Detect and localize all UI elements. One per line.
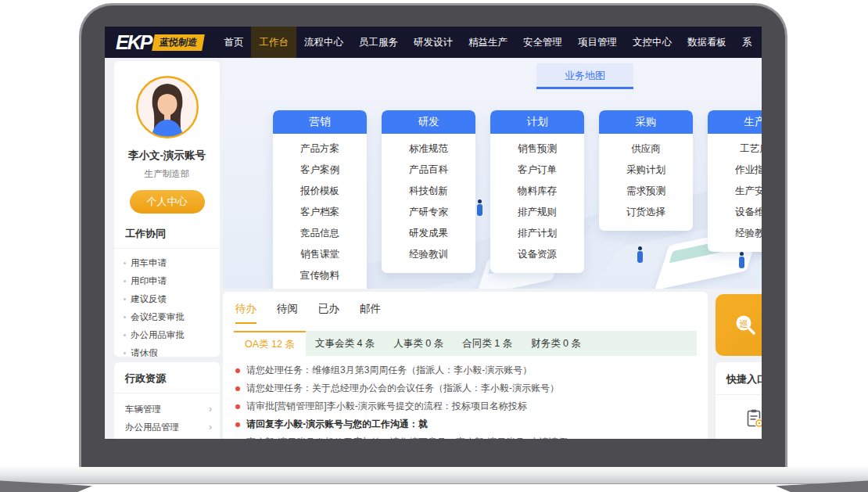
map-item[interactable]: 排产规则 xyxy=(490,202,584,223)
tab-done[interactable]: 已办 xyxy=(318,302,339,324)
nav-item-rnd-design[interactable]: 研发设计 xyxy=(406,27,461,58)
category-chip-hr[interactable]: 人事类 0 条 xyxy=(384,331,453,356)
map-item[interactable]: 工艺库 xyxy=(708,138,762,160)
todo-item[interactable]: 请回复李小毅-演示账号与您的工作沟通：就 xyxy=(235,415,695,433)
map-item[interactable]: 物料库存 xyxy=(490,181,584,202)
sidebar-item-vehicle-request[interactable]: 用车申请 xyxy=(114,254,220,272)
nav-item-safety-management[interactable]: 安全管理 xyxy=(515,27,570,58)
map-card-body: 供应商 采购计划 需求预测 订货选择 xyxy=(599,134,693,231)
nav-item-process-center[interactable]: 流程中心 xyxy=(296,27,351,58)
category-chip-finance[interactable]: 财务类 0 条 xyxy=(522,331,590,356)
avatar-illustration xyxy=(135,75,199,139)
map-item[interactable]: 标准规范 xyxy=(382,138,475,160)
chevron-right-icon: › xyxy=(209,400,212,418)
logo-badge: 蓝悦制造 xyxy=(152,34,206,51)
todo-list: 请您处理任务：维修组3月第3周周任务（指派人：李小毅-演示账号） 请您处理任务：… xyxy=(223,356,708,439)
map-item[interactable]: 客户订单 xyxy=(490,160,584,181)
map-item[interactable]: 客户档案 xyxy=(273,202,367,223)
map-card-body: 产品方案 客户案例 报价模板 客户档案 竞品信息 销售课堂 宣传物料 xyxy=(273,134,367,289)
map-item[interactable]: 研发成果 xyxy=(382,223,475,244)
nav-item-workbench[interactable]: 工作台 xyxy=(251,27,296,58)
map-item[interactable]: 竞品信息 xyxy=(273,223,367,244)
map-item[interactable]: 设备资源 xyxy=(490,244,584,265)
sidebar-item-fixed-assets-management[interactable]: 固定资产管理 › xyxy=(114,436,220,439)
quick-entry-card: 快捷入口 督办管理 xyxy=(716,362,762,439)
sidebar-item-suggestion-feedback[interactable]: 建议反馈 xyxy=(114,290,220,308)
map-card-rnd: 研发 标准规范 产品百科 科技创新 产研专家 研发成果 经验教训 xyxy=(382,110,475,273)
map-card-production: 生产 工艺库 作业指导 生产安全 设备维护 经验教训 xyxy=(708,110,762,252)
inspection-banner[interactable]: 巡 设 xyxy=(716,294,762,356)
avatar[interactable] xyxy=(135,75,199,139)
logo-text: EKP xyxy=(116,31,151,54)
tab-business-map[interactable]: 业务地图 xyxy=(536,63,633,89)
todo-panel: 待办 待阅 已办 邮件 OA类 12 条 文事会类 4 条 人事类 0 条 合同… xyxy=(223,292,708,439)
map-item[interactable]: 排产计划 xyxy=(490,223,584,244)
nav-item-employee-services[interactable]: 员工服务 xyxy=(351,27,406,58)
map-item[interactable]: 产品方案 xyxy=(273,138,367,160)
personal-center-button[interactable]: 个人中心 xyxy=(130,190,205,214)
map-item[interactable]: 销售预测 xyxy=(490,138,584,160)
work-collab-list: 用车申请 用印申请 建议反馈 会议纪要审批 办公用品审批 请休假 xyxy=(114,249,220,357)
map-item[interactable]: 客户案例 xyxy=(273,160,367,181)
category-chip-contract[interactable]: 合同类 1 条 xyxy=(453,331,522,356)
map-item[interactable]: 采购计划 xyxy=(599,160,693,181)
sidebar-item-vehicle-management[interactable]: 车辆管理 › xyxy=(114,400,220,418)
map-item[interactable]: 设备维护 xyxy=(708,202,762,223)
sidebar-item-office-supplies-management[interactable]: 办公用品管理 › xyxy=(114,418,220,436)
map-card-procurement: 采购 供应商 采购计划 需求预测 订货选择 xyxy=(599,110,693,231)
map-illustration-person xyxy=(477,204,482,216)
map-card-title: 生产 xyxy=(708,110,762,134)
map-item[interactable]: 产品百科 xyxy=(382,160,475,181)
divider xyxy=(716,394,762,395)
category-chip-oa[interactable]: OA类 12 条 xyxy=(234,331,306,356)
top-navbar: EKP 蓝悦制造 首页 工作台 流程中心 员工服务 研发设计 精益生产 安全管理… xyxy=(105,27,762,58)
quick-entry-supervision[interactable]: 督办管理 xyxy=(730,408,762,439)
quick-entry-label: 督办管理 xyxy=(730,438,762,439)
admin-resources-list: 车辆管理 › 办公用品管理 › 固定资产管理 › xyxy=(114,393,220,439)
map-item[interactable]: 经验教训 xyxy=(382,244,475,265)
sidebar-admin-card: 行政资源 车辆管理 › 办公用品管理 › 固定资产管理 › xyxy=(114,362,220,439)
screen: EKP 蓝悦制造 首页 工作台 流程中心 员工服务 研发设计 精益生产 安全管理… xyxy=(105,27,762,439)
todo-item[interactable]: 请审批[营销管理部]李小毅-演示账号提交的流程：投标项目名称投标 xyxy=(235,397,695,415)
sidebar-item-leave-request[interactable]: 请休假 xyxy=(114,344,220,357)
map-item[interactable]: 经验教训 xyxy=(708,223,762,244)
map-item[interactable]: 产研专家 xyxy=(382,202,475,223)
nav-item-data-dashboard[interactable]: 数据看板 xyxy=(680,27,734,58)
map-card-title: 计划 xyxy=(490,110,584,134)
nav-item-system[interactable]: 系 xyxy=(734,27,760,58)
app-logo[interactable]: EKP 蓝悦制造 xyxy=(116,31,203,54)
tab-mail[interactable]: 邮件 xyxy=(360,302,381,324)
chevron-right-icon: › xyxy=(209,436,212,439)
svg-text:巡: 巡 xyxy=(740,318,748,329)
nav-item-project-management[interactable]: 项目管理 xyxy=(570,27,625,58)
nav-item-home[interactable]: 首页 xyxy=(216,27,251,58)
laptop-mockup: EKP 蓝悦制造 首页 工作台 流程中心 员工服务 研发设计 精益生产 安全管理… xyxy=(0,0,868,492)
map-item[interactable]: 供应商 xyxy=(599,138,693,160)
category-chip-document-meeting[interactable]: 文事会类 4 条 xyxy=(306,331,384,356)
todo-category-bar: OA类 12 条 文事会类 4 条 人事类 0 条 合同类 1 条 财务类 0 … xyxy=(234,331,697,356)
map-item[interactable]: 订货选择 xyxy=(599,202,693,223)
map-item[interactable]: 科技创新 xyxy=(382,181,475,202)
sidebar-item-seal-request[interactable]: 用印申请 xyxy=(114,272,220,290)
nav-item-doc-control[interactable]: 文控中心 xyxy=(625,27,680,58)
map-card-planning: 计划 销售预测 客户订单 物料库存 排产规则 排产计划 设备资源 xyxy=(490,110,584,273)
profile-department: 生产制造部 xyxy=(114,168,220,180)
map-item[interactable]: 报价模板 xyxy=(273,181,367,202)
map-card-body: 销售预测 客户订单 物料库存 排产规则 排产计划 设备资源 xyxy=(490,134,584,273)
map-item[interactable]: 生产安全 xyxy=(708,181,762,202)
section-title-work-collab: 工作协同 xyxy=(114,227,220,241)
tab-to-read[interactable]: 待阅 xyxy=(277,302,298,324)
todo-item[interactable]: 李小毅-演示账号发起的无序加签，请您填写意见：李小毅-演示账号_申请请假 xyxy=(235,433,695,439)
map-card-title: 研发 xyxy=(382,110,475,134)
todo-item[interactable]: 请您处理任务：维修组3月第3周周任务（指派人：李小毅-演示账号） xyxy=(235,361,695,379)
sidebar-item-office-supplies-approval[interactable]: 办公用品审批 xyxy=(114,326,220,344)
map-item[interactable]: 宣传物料 xyxy=(273,265,367,286)
sidebar-item-label: 办公用品管理 xyxy=(125,418,179,436)
map-item[interactable]: 作业指导 xyxy=(708,160,762,181)
sidebar-item-meeting-minutes-approval[interactable]: 会议纪要审批 xyxy=(114,308,220,326)
todo-item[interactable]: 请您处理任务：关于总经理办公会的会议任务（指派人：李小毅-演示账号） xyxy=(235,379,695,397)
tab-todo[interactable]: 待办 xyxy=(235,302,256,324)
nav-item-lean-production[interactable]: 精益生产 xyxy=(461,27,515,58)
map-item[interactable]: 需求预测 xyxy=(599,181,693,202)
map-item[interactable]: 销售课堂 xyxy=(273,244,367,265)
